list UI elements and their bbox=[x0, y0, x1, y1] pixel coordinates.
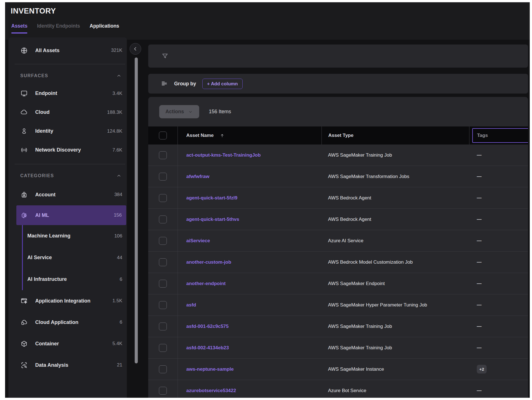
table-row[interactable]: agent-quick-start-5fzl9AWS Bedrock Agent… bbox=[148, 187, 528, 209]
section-header-surfaces[interactable]: SURFACES bbox=[8, 68, 127, 84]
filter-icon bbox=[161, 52, 169, 60]
asset-name-link[interactable]: asfd bbox=[186, 302, 196, 308]
sidebar-item-machine-learning[interactable]: Machine Learning106 bbox=[23, 225, 127, 247]
asset-name-cell: asfd-002-4134eb23 bbox=[178, 337, 322, 358]
group-by-bar: Group by + Add column bbox=[148, 74, 528, 94]
row-checkbox[interactable] bbox=[159, 280, 167, 288]
column-header-asset-name[interactable]: Asset Name bbox=[178, 126, 322, 145]
sidebar-item-container[interactable]: Container5.4K bbox=[8, 333, 127, 354]
asset-type-text: AWS SageMaker Transformation Jobs bbox=[328, 174, 409, 179]
asset-name-link[interactable]: aiServiece bbox=[186, 238, 210, 244]
sidebar-collapse-button[interactable] bbox=[130, 43, 141, 55]
asset-name-link[interactable]: agent-quick-start-5thvs bbox=[186, 217, 239, 222]
tab-identity-endpoints[interactable]: Identity Endpoints bbox=[37, 23, 80, 34]
table-row[interactable]: asfd-002-4134eb23AWS SageMaker Training … bbox=[148, 337, 528, 359]
asset-name-link[interactable]: azurebotservice53422 bbox=[186, 388, 236, 394]
sidebar-item-all-assets[interactable]: All Assets 321K bbox=[8, 41, 127, 59]
scrollbar-thumb[interactable] bbox=[135, 57, 138, 363]
row-checkbox[interactable] bbox=[159, 387, 167, 395]
row-checkbox[interactable] bbox=[159, 173, 167, 181]
sidebar-item-ai-service[interactable]: AI Service44 bbox=[23, 247, 127, 268]
asset-name-link[interactable]: agent-quick-start-5fzl9 bbox=[186, 195, 237, 201]
sidebar-item-ai-infrastructure[interactable]: AI Infrastructure6 bbox=[23, 268, 127, 290]
select-all-checkbox[interactable] bbox=[159, 132, 167, 139]
sidebar-item-data-analysis[interactable]: Data Analysis21 bbox=[8, 354, 127, 376]
asset-name-cell: aws-neptune-sample bbox=[178, 359, 322, 380]
row-checkbox[interactable] bbox=[159, 237, 167, 245]
tags-empty: — bbox=[477, 195, 482, 201]
column-header-tags[interactable]: Tags bbox=[469, 126, 528, 145]
table-row[interactable]: azurebotservice53422Azure Bot Service— bbox=[148, 380, 528, 398]
row-checkbox[interactable] bbox=[159, 365, 167, 373]
sidebar-item-identity[interactable]: Identity124.8K bbox=[8, 122, 127, 141]
asset-name-link[interactable]: another-custom-job bbox=[186, 259, 231, 265]
asset-name-link[interactable]: aws-neptune-sample bbox=[186, 366, 234, 372]
row-checkbox-cell bbox=[148, 145, 178, 166]
sidebar-item-account[interactable]: Account384 bbox=[8, 184, 127, 205]
asset-type-cell: AWS Bedrock Model Customization Job bbox=[322, 252, 469, 273]
table-header-row: Asset Name Asset Type Tags bbox=[148, 126, 528, 145]
chevron-up-icon bbox=[116, 173, 122, 179]
asset-type-cell: AWS SageMaker Endpoint bbox=[322, 273, 469, 294]
table-row[interactable]: act-output-kms-Test-TrainingJobAWS SageM… bbox=[148, 145, 528, 166]
asset-name-link[interactable]: another-endpoint bbox=[186, 281, 226, 286]
table-row[interactable]: asfd-001-62c9c575AWS SageMaker Training … bbox=[148, 316, 528, 337]
sidebar-scrollbar[interactable] bbox=[135, 57, 138, 363]
sidebar-divider bbox=[15, 164, 125, 164]
row-checkbox[interactable] bbox=[159, 344, 167, 352]
table-row[interactable]: aws-neptune-sampleAWS SageMaker Instance… bbox=[148, 359, 528, 380]
tags-empty: — bbox=[477, 324, 482, 329]
add-column-button[interactable]: + Add column bbox=[202, 79, 243, 89]
asset-name-cell: asfd bbox=[178, 294, 322, 315]
sidebar-item-cloud[interactable]: Cloud188.3K bbox=[8, 103, 127, 122]
network-discovery-icon bbox=[20, 146, 28, 154]
tags-cell: — bbox=[469, 273, 528, 294]
row-checkbox-cell bbox=[148, 166, 178, 187]
tags-cell: — bbox=[469, 187, 528, 208]
tags-cell: — bbox=[469, 316, 528, 337]
actions-button[interactable]: Actions bbox=[159, 105, 199, 118]
asset-type-text: AWS Bedrock Agent bbox=[328, 217, 371, 222]
row-checkbox[interactable] bbox=[159, 194, 167, 202]
filter-bar[interactable] bbox=[148, 45, 528, 68]
tags-cell: — bbox=[469, 145, 528, 166]
table-row[interactable]: another-custom-jobAWS Bedrock Model Cust… bbox=[148, 252, 528, 273]
sidebar-item-network-discovery[interactable]: Network Discovery7.6K bbox=[8, 141, 127, 159]
asset-name-link[interactable]: afwfwfraw bbox=[186, 174, 209, 179]
sidebar-item-ai-ml[interactable]: AI ML156 bbox=[16, 205, 126, 225]
sidebar-item-cloud-application[interactable]: Cloud Application6 bbox=[8, 312, 127, 333]
row-checkbox[interactable] bbox=[159, 151, 167, 159]
tags-overflow-badge[interactable]: +2 bbox=[477, 365, 487, 374]
table-row[interactable]: afwfwfrawAWS SageMaker Transformation Jo… bbox=[148, 166, 528, 187]
tags-cell: +2 bbox=[469, 359, 528, 380]
asset-name-link[interactable]: asfd-001-62c9c575 bbox=[186, 324, 229, 329]
table-row[interactable]: aiServieceAzure AI Service— bbox=[148, 230, 528, 252]
tab-assets[interactable]: Assets bbox=[11, 23, 27, 34]
tab-applications[interactable]: Applications bbox=[90, 23, 119, 34]
sidebar-item-application-integration[interactable]: Application Integration1.5K bbox=[8, 290, 127, 312]
asset-name-cell: agent-quick-start-5fzl9 bbox=[178, 187, 322, 208]
sidebar: All Assets 321K SURFACESEndpoint3.4KClou… bbox=[8, 37, 127, 398]
row-checkbox[interactable] bbox=[159, 258, 167, 266]
asset-name-link[interactable]: asfd-002-4134eb23 bbox=[186, 345, 229, 351]
container-icon bbox=[20, 340, 28, 348]
page-title: INVENTORY bbox=[11, 7, 56, 15]
sidebar-item-endpoint[interactable]: Endpoint3.4K bbox=[8, 84, 127, 103]
column-header-asset-type[interactable]: Asset Type bbox=[322, 126, 469, 145]
tags-empty: — bbox=[477, 345, 482, 351]
section-header-categories[interactable]: CATEGORIES bbox=[8, 168, 127, 184]
actions-button-label: Actions bbox=[165, 109, 184, 115]
row-checkbox[interactable] bbox=[159, 323, 167, 330]
table-row[interactable]: asfdAWS SageMaker Hyper Parameter Tuning… bbox=[148, 294, 528, 316]
row-checkbox[interactable] bbox=[159, 215, 167, 223]
table-toolbar: Actions 156 Items bbox=[148, 97, 528, 126]
active-tab-underline bbox=[11, 32, 27, 34]
endpoint-icon bbox=[20, 90, 28, 97]
table-row[interactable]: agent-quick-start-5thvsAWS Bedrock Agent… bbox=[148, 209, 528, 230]
row-checkbox[interactable] bbox=[159, 301, 167, 309]
asset-type-cell: AWS SageMaker Training Job bbox=[322, 145, 469, 166]
asset-name-link[interactable]: act-output-kms-Test-TrainingJob bbox=[186, 152, 261, 158]
table-row[interactable]: another-endpointAWS SageMaker Endpoint— bbox=[148, 273, 528, 294]
identity-icon bbox=[20, 127, 28, 135]
application-integration-icon bbox=[20, 297, 28, 305]
